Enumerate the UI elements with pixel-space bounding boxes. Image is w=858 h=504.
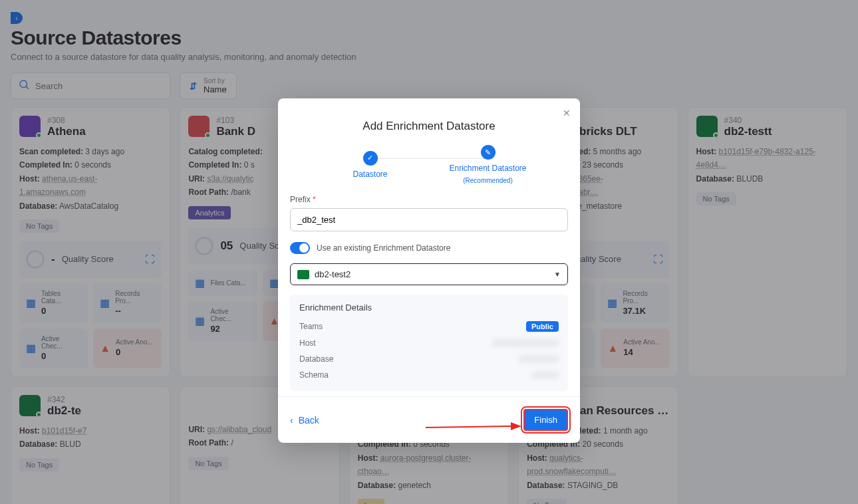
detail-schema-value	[532, 371, 559, 379]
step-datastore-icon: ✓	[363, 151, 378, 166]
step-enrichment-label: Enrichment Datastore	[449, 164, 526, 173]
enrichment-datastore-select[interactable]: db2-test2 ▼	[290, 263, 568, 285]
add-enrichment-modal: ✕ Add Enrichment Datastore ✓ Datastore ✎…	[278, 98, 580, 443]
chevron-down-icon: ▼	[554, 271, 561, 278]
detail-schema-label: Schema	[299, 370, 329, 380]
chevron-left-icon: ‹	[290, 415, 293, 426]
use-existing-toggle[interactable]	[290, 242, 310, 254]
back-button[interactable]: ‹ Back	[290, 415, 319, 426]
close-icon[interactable]: ✕	[563, 108, 571, 118]
detail-teams-label: Teams	[299, 322, 323, 331]
detail-host-label: Host	[299, 338, 316, 348]
public-badge: Public	[526, 321, 559, 332]
detail-database-value	[519, 355, 559, 363]
modal-title: Add Enrichment Datastore	[278, 98, 580, 145]
enrichment-details-panel: Enrichment Details TeamsPublic Host Data…	[290, 295, 568, 391]
use-existing-label: Use an existing Enrichment Datastore	[317, 243, 450, 253]
step-datastore-label: Datastore	[353, 170, 387, 179]
step-enrichment-icon: ✎	[481, 145, 496, 160]
select-value: db2-test2	[315, 269, 351, 279]
detail-database-label: Database	[299, 354, 333, 364]
step-enrichment-sub: (Recommended)	[463, 177, 512, 184]
db2-icon	[297, 270, 309, 279]
detail-host-value	[492, 339, 559, 347]
prefix-input[interactable]	[290, 208, 568, 231]
details-title: Enrichment Details	[299, 303, 559, 313]
prefix-label: Prefix	[290, 195, 311, 204]
finish-button[interactable]: Finish	[523, 409, 568, 431]
